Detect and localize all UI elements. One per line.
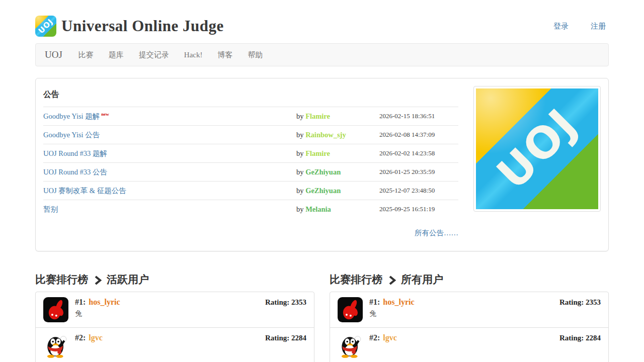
rating-value: Rating: 2353 — [265, 298, 306, 307]
nav-item-submissions[interactable]: 提交记录 — [131, 50, 177, 60]
announcement-row: UOJ Round #33 题解 by Flamire 2026-02-02 1… — [43, 144, 458, 162]
announcement-author: by Melania — [296, 205, 379, 214]
rating-value: Rating: 2353 — [559, 298, 601, 307]
author-link[interactable]: GeZhiyuan — [305, 168, 341, 176]
site-header: UOJ Universal Online Judge 登录 注册 — [35, 0, 609, 37]
announcement-author: by GeZhiyuan — [296, 168, 379, 176]
ranking-row: #2: lgvc Rating: 2284 — [36, 328, 314, 362]
rating-value: Rating: 2284 — [265, 334, 306, 342]
announcement-time: 2026-02-02 14:23:58 — [379, 149, 458, 157]
announcement-time: 2025-12-07 23:48:50 — [379, 187, 458, 195]
rank-number: #2: — [75, 333, 86, 342]
nav-item-help[interactable]: 帮助 — [240, 50, 271, 60]
announcement-link[interactable]: Goodbye Yisi 公告 — [43, 131, 100, 139]
author-link[interactable]: Flamire — [305, 149, 330, 157]
auth-links: 登录 注册 — [553, 22, 609, 31]
uoj-logo-icon[interactable]: UOJ — [35, 16, 56, 37]
announcements-panel: 公告 Goodbye Yisi 题解new by Flamire 2026-02… — [35, 78, 609, 251]
announcement-link[interactable]: Goodbye Yisi 题解 — [43, 112, 100, 120]
uoj-logo-text: UOJ — [37, 17, 55, 35]
login-link[interactable]: 登录 — [553, 22, 569, 31]
announcement-author: by Flamire — [296, 149, 379, 158]
ranking-heading: 比赛排行榜 所有用户 — [330, 273, 609, 287]
announcement-link[interactable]: 暂别 — [43, 205, 58, 213]
ranking-row: #1: hos_lyric Rating: 2353 兔 — [330, 292, 608, 328]
announcement-time: 2026-02-08 14:37:09 — [379, 131, 458, 139]
avatar-lgvc[interactable] — [338, 333, 363, 358]
avatar-hos-lyric[interactable] — [338, 297, 363, 322]
announcement-row: Goodbye Yisi 公告 by Rainbow_sjy 2026-02-0… — [43, 125, 458, 144]
announcements-heading: 公告 — [43, 84, 458, 107]
ranking-list: #1: hos_lyric Rating: 2353 兔 — [35, 292, 314, 362]
nav-item-contests[interactable]: 比赛 — [71, 50, 101, 60]
announcement-time: 2025-09-25 16:51:19 — [379, 205, 458, 213]
author-link[interactable]: Melania — [305, 205, 331, 213]
sidebar-image-column: UOJ — [473, 84, 601, 245]
rank-number: #2: — [369, 333, 380, 342]
announcement-row: Goodbye Yisi 题解new by Flamire 2026-02-15… — [43, 107, 458, 125]
rating-value: Rating: 2284 — [559, 334, 601, 342]
announcement-row: UOJ 赛制改革 & 征题公告 by GeZhiyuan 2025-12-07 … — [43, 181, 458, 200]
nav-item-hack[interactable]: Hack! — [177, 51, 210, 59]
navbar-brand-uoj[interactable]: UOJ — [36, 49, 71, 60]
register-link[interactable]: 注册 — [591, 22, 606, 31]
main-navbar: UOJ 比赛 题库 提交记录 Hack! 博客 帮助 — [35, 43, 609, 66]
rank-number: #1: — [75, 298, 86, 307]
announcement-author: by Rainbow_sjy — [296, 131, 379, 139]
page-title: Universal Online Judge — [61, 17, 224, 35]
user-link[interactable]: hos_lyric — [89, 298, 120, 307]
announcement-author: by GeZhiyuan — [296, 187, 379, 195]
announcements-list: 公告 Goodbye Yisi 题解new by Flamire 2026-02… — [43, 84, 458, 245]
chevron-right-icon — [94, 276, 102, 285]
uoj-image-thumbnail: UOJ — [473, 86, 601, 212]
avatar-lgvc[interactable] — [43, 333, 68, 358]
uoj-artwork-image: UOJ — [476, 88, 598, 209]
nav-item-blogs[interactable]: 博客 — [210, 50, 240, 60]
user-motto: 兔 — [75, 309, 306, 318]
announcement-time: 2026-02-15 18:36:51 — [379, 112, 458, 120]
ranking-row: #1: hos_lyric Rating: 2353 兔 — [36, 292, 314, 328]
all-announcements-link[interactable]: 所有公告…… — [415, 229, 458, 237]
avatar-hos-lyric[interactable] — [43, 297, 68, 322]
announcement-author: by Flamire — [296, 112, 379, 121]
announcement-row: UOJ Round #33 公告 by GeZhiyuan 2026-01-25… — [43, 162, 458, 181]
user-link[interactable]: lgvc — [383, 333, 397, 342]
announcement-link[interactable]: UOJ Round #33 公告 — [43, 168, 107, 176]
ranking-row: #2: lgvc Rating: 2284 — [330, 328, 608, 362]
ranking-all-users: 比赛排行榜 所有用户 — [330, 273, 609, 362]
announcement-row: 暂别 by Melania 2025-09-25 16:51:19 — [43, 200, 458, 218]
author-link[interactable]: GeZhiyuan — [305, 187, 341, 195]
rankings-section: 比赛排行榜 活跃用户 — [35, 273, 609, 362]
announcement-link[interactable]: UOJ Round #33 题解 — [43, 149, 107, 157]
new-badge: new — [101, 112, 109, 117]
user-motto: 兔 — [369, 309, 601, 318]
author-link[interactable]: Rainbow_sjy — [305, 131, 346, 139]
chevron-right-icon — [388, 276, 396, 285]
user-link[interactable]: hos_lyric — [383, 298, 414, 307]
nav-item-problems[interactable]: 题库 — [101, 50, 131, 60]
announcement-link[interactable]: UOJ 赛制改革 & 征题公告 — [43, 187, 126, 195]
ranking-heading: 比赛排行榜 活跃用户 — [35, 273, 314, 287]
rank-number: #1: — [369, 298, 380, 307]
announcement-time: 2026-01-25 20:35:59 — [379, 168, 458, 176]
ranking-active-users: 比赛排行榜 活跃用户 — [35, 273, 314, 362]
announcement-title: Goodbye Yisi 题解new — [43, 112, 296, 121]
user-link[interactable]: lgvc — [89, 333, 103, 342]
author-link[interactable]: Flamire — [305, 112, 330, 120]
ranking-list: #1: hos_lyric Rating: 2353 兔 — [330, 292, 609, 362]
